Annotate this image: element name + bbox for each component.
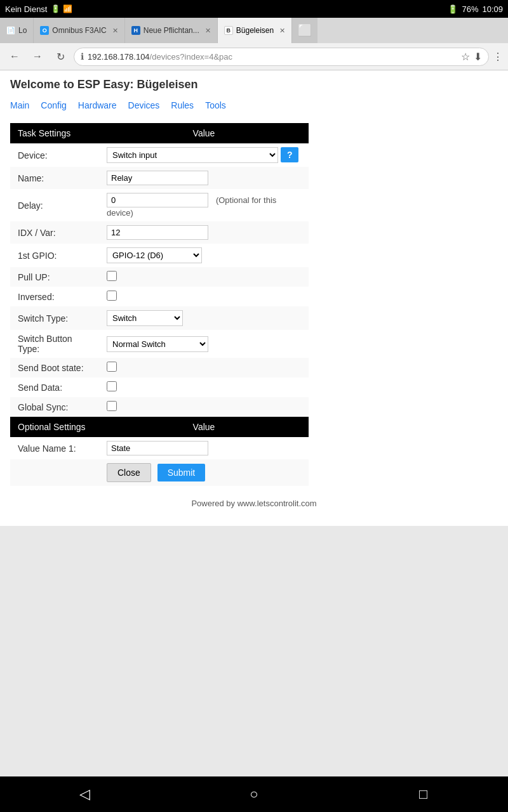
switch-type-value-cell: Switch Dimmer [99, 306, 309, 330]
name-label: Name: [10, 167, 99, 189]
name-value-cell [99, 167, 309, 189]
tab-4-label: Bügeleisen [236, 26, 274, 35]
name-input[interactable] [107, 171, 208, 185]
value-name-1-label: Value Name 1: [10, 437, 99, 459]
delay-input[interactable] [107, 193, 208, 207]
bookmark-icon[interactable]: ☆ [461, 51, 470, 63]
gpio-row: 1st GPIO: GPIO-0 (D3) GPIO-1 (TX) GPIO-2… [10, 244, 309, 267]
send-data-checkbox[interactable] [107, 381, 117, 391]
download-icon[interactable]: ⬇ [474, 51, 482, 63]
gpio-select[interactable]: GPIO-0 (D3) GPIO-1 (TX) GPIO-2 (D4) GPIO… [107, 247, 202, 263]
battery-icon: 🔋 [448, 4, 458, 14]
submit-button[interactable]: Submit [157, 464, 206, 481]
send-data-value-cell [99, 377, 309, 397]
tab-1[interactable]: 📄 Lo [0, 18, 34, 43]
nav-tools[interactable]: Tools [205, 100, 226, 110]
nav-devices[interactable]: Devices [128, 100, 160, 110]
global-sync-value-cell [99, 397, 309, 417]
help-button[interactable]: ? [281, 147, 299, 162]
tab-bar: 📄 Lo O Omnibus F3AIC ✕ H Neue Pflichtan.… [0, 18, 508, 43]
nav-main[interactable]: Main [10, 100, 29, 110]
send-boot-row: Send Boot state: [10, 358, 309, 377]
task-settings-table: Task Settings Value Device: Switch input… [10, 123, 309, 417]
task-settings-header: Task Settings Value [10, 123, 309, 143]
info-icon: ℹ [81, 51, 84, 62]
address-path: /devices?index=4&pac [150, 52, 232, 62]
battery-percent: 76% [462, 4, 478, 14]
nav-config[interactable]: Config [41, 100, 66, 110]
optional-settings-col1: Optional Settings [10, 417, 99, 437]
footer: Powered by www.letscontrolit.com [10, 499, 498, 518]
inversed-row: Inversed: [10, 287, 309, 306]
global-sync-label: Global Sync: [10, 397, 99, 417]
switch-button-value-cell: Normal Switch Push Button Active Low Pus… [99, 330, 309, 358]
tab-2[interactable]: O Omnibus F3AIC ✕ [34, 18, 124, 43]
close-button[interactable]: Close [107, 463, 151, 482]
buttons-row: Close Submit [10, 459, 309, 486]
send-boot-label: Send Boot state: [10, 358, 99, 377]
address-text: 192.168.178.104/devices?index=4&pac [88, 52, 457, 62]
android-home-button[interactable]: ○ [235, 782, 273, 807]
tab-3[interactable]: H Neue Pflichtan... ✕ [125, 18, 218, 43]
android-back-button[interactable]: ◁ [65, 782, 104, 807]
new-tab-button[interactable]: ⬜ [292, 18, 318, 43]
tab-4[interactable]: B Bügeleisen ✕ [218, 18, 292, 43]
nav-hardware[interactable]: Hardware [78, 100, 117, 110]
nav-links: Main Config Hardware Devices Rules Tools [10, 100, 498, 110]
name-row: Name: [10, 167, 309, 189]
send-boot-value-cell [99, 358, 309, 377]
buttons-cell: Close Submit [99, 459, 309, 486]
global-sync-checkbox[interactable] [107, 401, 117, 411]
pullup-row: Pull UP: [10, 267, 309, 287]
value-name-1-row: Value Name 1: [10, 437, 309, 459]
page-content: Welcome to ESP Easy: Bügeleisen Main Con… [0, 70, 508, 526]
idx-label: IDX / Var: [10, 221, 99, 244]
device-row: Device: Switch input DHT11/12/22 SONOFF2… [10, 143, 309, 167]
inversed-value-cell [99, 287, 309, 306]
tab-2-close[interactable]: ✕ [112, 27, 118, 35]
carrier-text: Kein Dienst [5, 4, 47, 14]
value-name-1-input[interactable] [107, 441, 208, 455]
idx-value-cell [99, 221, 309, 244]
tab-4-icon: B [224, 26, 233, 35]
gpio-label: 1st GPIO: [10, 244, 99, 267]
tab-3-icon: H [131, 26, 140, 35]
switch-button-row: Switch Button Type: Normal Switch Push B… [10, 330, 309, 358]
nav-rules[interactable]: Rules [171, 100, 194, 110]
nav-bar: ← → ↻ ℹ 192.168.178.104/devices?index=4&… [0, 43, 508, 70]
send-data-row: Send Data: [10, 377, 309, 397]
optional-settings-header: Optional Settings Value [10, 417, 309, 437]
pullup-checkbox[interactable] [107, 271, 117, 281]
idx-input[interactable] [107, 225, 208, 240]
android-recents-button[interactable]: □ [404, 782, 443, 807]
value-name-1-cell [99, 437, 309, 459]
delay-label: Delay: [10, 189, 99, 221]
device-value-cell: Switch input DHT11/12/22 SONOFF2301/7021… [99, 143, 309, 167]
inversed-label: Inversed: [10, 287, 99, 306]
clock: 10:09 [482, 4, 503, 14]
switch-button-select[interactable]: Normal Switch Push Button Active Low Pus… [107, 336, 208, 352]
send-boot-checkbox[interactable] [107, 362, 117, 372]
switch-type-select[interactable]: Switch Dimmer [107, 310, 183, 326]
task-settings-col1: Task Settings [10, 123, 99, 143]
tab-2-label: Omnibus F3AIC [52, 26, 106, 35]
reload-button[interactable]: ↻ [51, 47, 70, 66]
optional-settings-col2: Value [99, 417, 309, 437]
pullup-label: Pull UP: [10, 267, 99, 287]
tab-1-icon: 📄 [6, 26, 15, 35]
android-nav-bar: ◁ ○ □ [0, 776, 508, 812]
address-bar[interactable]: ℹ 192.168.178.104/devices?index=4&pac ☆ … [74, 48, 489, 66]
back-button[interactable]: ← [5, 47, 24, 66]
inversed-checkbox[interactable] [107, 291, 117, 301]
tab-4-close[interactable]: ✕ [279, 27, 285, 35]
device-select[interactable]: Switch input DHT11/12/22 SONOFF2301/7021… [107, 147, 278, 163]
switch-type-label: Switch Type: [10, 306, 99, 330]
switch-button-label: Switch Button Type: [10, 330, 99, 358]
tab-1-label: Lo [18, 26, 27, 35]
status-bar: Kein Dienst 🔋 📶 🔋 76% 10:09 [0, 0, 508, 18]
switch-type-row: Switch Type: Switch Dimmer [10, 306, 309, 330]
tab-3-label: Neue Pflichtan... [144, 26, 199, 35]
tab-3-close[interactable]: ✕ [205, 27, 211, 35]
forward-button[interactable]: → [28, 47, 47, 66]
menu-icon[interactable]: ⋮ [493, 51, 503, 63]
